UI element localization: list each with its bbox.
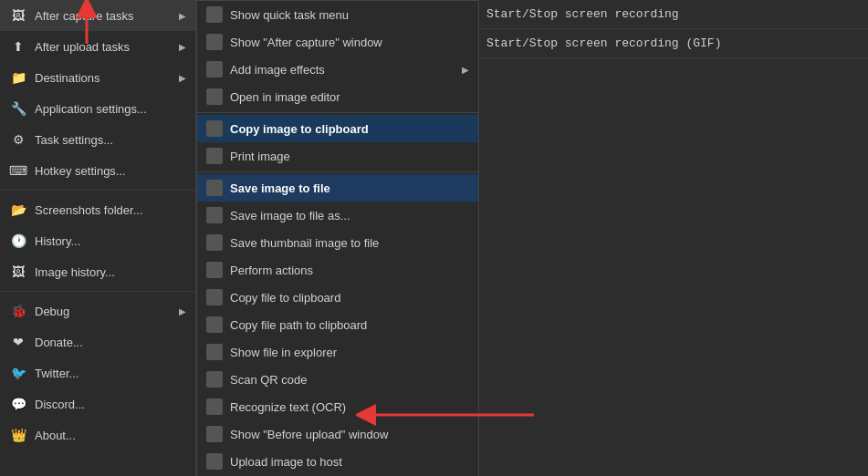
copy-file-path-to-clipboard-label: Copy file path to clipboard	[230, 318, 469, 332]
show-file-in-explorer-icon	[206, 344, 223, 360]
show-after-capture-window-icon	[206, 34, 223, 50]
twitter-icon: 🐦	[9, 364, 27, 382]
scan-qr-code-icon	[206, 371, 223, 388]
perform-actions-label: Perform actions	[230, 264, 469, 277]
task-settings-label: Task settings...	[35, 133, 186, 147]
print-image-icon	[206, 148, 223, 164]
open-in-image-editor-label: Open in image editor	[230, 90, 469, 104]
after-upload-tasks-label: After upload tasks	[35, 40, 179, 54]
recognize-text-ocr-label: Recognize text (OCR)	[230, 400, 469, 414]
submenu-item-show-quick-task-menu[interactable]: Show quick task menu	[197, 1, 478, 28]
scan-qr-code-label: Scan QR code	[230, 373, 469, 387]
copy-image-to-clipboard-label: Copy image to clipboard	[230, 122, 469, 136]
hotkey-settings-label: Hotkey settings...	[35, 164, 186, 178]
sidebar-item-image-history[interactable]: 🖼Image history...	[0, 256, 195, 287]
sidebar-item-destinations[interactable]: 📁Destinations▶	[0, 62, 195, 93]
sidebar-item-donate[interactable]: ❤Donate...	[0, 326, 195, 357]
sidebar-item-screenshots-folder[interactable]: 📂Screenshots folder...	[0, 194, 195, 225]
debug-label: Debug	[35, 305, 179, 318]
save-thumbnail-image-to-file-label: Save thumbnail image to file	[230, 236, 469, 250]
submenu-item-open-in-image-editor[interactable]: Open in image editor	[197, 83, 478, 110]
print-image-label: Print image	[230, 150, 469, 163]
discord-label: Discord...	[35, 398, 186, 411]
hotkey-settings-icon: ⌨	[9, 161, 27, 180]
copy-file-to-clipboard-icon	[206, 289, 223, 305]
add-image-effects-icon	[206, 61, 223, 78]
submenu-item-save-thumbnail-image-to-file[interactable]: Save thumbnail image to file	[197, 229, 478, 256]
upload-image-to-host-label: Upload image to host	[230, 455, 469, 469]
screenshots-folder-label: Screenshots folder...	[35, 203, 186, 217]
submenu-item-show-file-in-explorer[interactable]: Show file in explorer	[197, 338, 478, 366]
sidebar: 🖼After capture tasks▶⬆After upload tasks…	[0, 0, 196, 476]
save-thumbnail-image-to-file-icon	[206, 234, 223, 251]
application-settings-label: Application settings...	[35, 102, 186, 116]
submenu-item-upload-image-to-host[interactable]: Upload image to host	[197, 448, 478, 475]
twitter-label: Twitter...	[35, 367, 186, 380]
save-image-to-file-label: Save image to file	[230, 181, 469, 195]
sidebar-item-task-settings[interactable]: ⚙Task settings...	[0, 124, 195, 155]
submenu-separator	[197, 112, 478, 113]
copy-file-to-clipboard-label: Copy file to clipboard	[230, 291, 469, 305]
debug-icon: 🐞	[9, 302, 27, 320]
submenu-item-copy-file-to-clipboard[interactable]: Copy file to clipboard	[197, 284, 478, 311]
show-after-capture-window-label: Show "After capture" window	[230, 36, 469, 49]
history-icon: 🕐	[9, 232, 27, 250]
submenu-item-perform-actions[interactable]: Perform actions	[197, 256, 478, 284]
sidebar-item-history[interactable]: 🕐History...	[0, 225, 195, 256]
open-in-image-editor-icon	[206, 88, 223, 105]
show-quick-task-menu-icon	[206, 6, 223, 23]
recognize-text-ocr-icon	[206, 398, 223, 415]
destinations-arrow-icon: ▶	[179, 73, 186, 83]
sidebar-item-hotkey-settings[interactable]: ⌨Hotkey settings...	[0, 155, 195, 186]
perform-actions-icon	[206, 262, 223, 278]
submenu-item-copy-image-to-clipboard[interactable]: Copy image to clipboard	[197, 115, 478, 142]
sidebar-item-discord[interactable]: 💬Discord...	[0, 388, 195, 419]
submenu-item-add-image-effects[interactable]: Add image effects▶	[197, 56, 478, 83]
sidebar-item-about[interactable]: 👑About...	[0, 419, 195, 450]
after-capture-tasks-label: After capture tasks	[35, 9, 179, 23]
submenu-item-scan-qr-code[interactable]: Scan QR code	[197, 366, 478, 393]
show-quick-task-menu-label: Show quick task menu	[230, 8, 469, 22]
sidebar-item-debug[interactable]: 🐞Debug▶	[0, 295, 195, 326]
submenu-item-copy-file-path-to-clipboard[interactable]: Copy file path to clipboard	[197, 311, 478, 338]
right-panel-item-2: Start/Stop screen recording (GIF)	[476, 29, 868, 58]
sidebar-item-application-settings[interactable]: 🔧Application settings...	[0, 93, 195, 124]
right-panel-item-1: Start/Stop screen recording	[476, 0, 868, 29]
debug-arrow-icon: ▶	[179, 306, 186, 316]
add-image-effects-arrow-icon: ▶	[462, 65, 469, 75]
donate-icon: ❤	[9, 333, 27, 351]
submenu-item-recognize-text-ocr[interactable]: Recognize text (OCR)	[197, 393, 478, 420]
sidebar-separator	[0, 291, 195, 292]
about-icon: 👑	[9, 426, 27, 444]
submenu-separator	[197, 171, 478, 172]
after-capture-tasks-arrow-icon: ▶	[179, 11, 186, 21]
discord-icon: 💬	[9, 395, 27, 413]
about-label: About...	[35, 429, 186, 442]
upload-image-to-host-icon	[206, 453, 223, 470]
after-upload-tasks-icon: ⬆	[9, 37, 27, 56]
submenu-item-save-image-to-file[interactable]: Save image to file	[197, 174, 478, 202]
show-before-upload-window-icon	[206, 426, 223, 442]
sidebar-item-twitter[interactable]: 🐦Twitter...	[0, 357, 195, 388]
right-panel: Start/Stop screen recordingStart/Stop sc…	[476, 0, 868, 476]
destinations-label: Destinations	[35, 71, 179, 85]
save-image-to-file-icon	[206, 180, 223, 196]
sidebar-item-after-capture-tasks[interactable]: 🖼After capture tasks▶	[0, 0, 195, 31]
submenu-item-show-after-capture-window[interactable]: Show "After capture" window	[197, 28, 478, 56]
submenu-item-print-image[interactable]: Print image	[197, 142, 478, 170]
submenu-item-save-image-to-file-as[interactable]: Save image to file as...	[197, 202, 478, 229]
history-label: History...	[35, 234, 186, 248]
after-upload-tasks-arrow-icon: ▶	[179, 42, 186, 52]
submenu-item-show-before-upload-window[interactable]: Show "Before upload" window	[197, 420, 478, 448]
copy-file-path-to-clipboard-icon	[206, 316, 223, 333]
image-history-icon: 🖼	[9, 263, 27, 281]
application-settings-icon: 🔧	[9, 99, 27, 118]
copy-image-to-clipboard-icon	[206, 120, 223, 137]
after-capture-tasks-icon: 🖼	[9, 6, 27, 25]
show-before-upload-window-label: Show "Before upload" window	[230, 428, 469, 441]
screenshots-folder-icon: 📂	[9, 201, 27, 219]
image-history-label: Image history...	[35, 265, 186, 279]
task-settings-icon: ⚙	[9, 130, 27, 149]
sidebar-item-after-upload-tasks[interactable]: ⬆After upload tasks▶	[0, 31, 195, 62]
submenu-after-capture: Show quick task menuShow "After capture"…	[196, 0, 479, 476]
